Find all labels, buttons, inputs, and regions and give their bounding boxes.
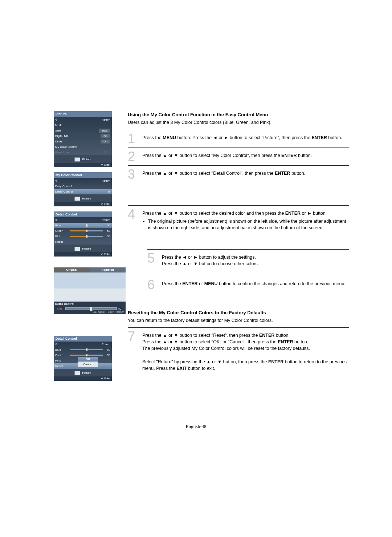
slider-thumb[interactable] bbox=[86, 354, 87, 356]
osd-detail-control-menu: Detail Control Return Blue 50 Green 50 P… bbox=[54, 211, 112, 257]
step-body: Press the ▲ or ▼ button to select "Detai… bbox=[142, 169, 349, 177]
slider-track[interactable] bbox=[70, 225, 103, 226]
chevron-right-icon: ▶ bbox=[109, 190, 110, 193]
section-intro: Users can adjust the 3 My Color Control … bbox=[128, 120, 349, 126]
slider-thumb[interactable] bbox=[86, 348, 87, 351]
slider-track[interactable] bbox=[70, 349, 103, 350]
menu-item-dnie[interactable]: DNIeOn bbox=[54, 139, 112, 144]
osd-enter-hint: Enter bbox=[54, 202, 112, 206]
osd-picture-tab: Picture bbox=[54, 155, 112, 163]
osd-body: Return Blue 50 Green 50 Pink Reset OK Ca… bbox=[54, 342, 112, 369]
adjust-bar[interactable]: Blue 50 bbox=[54, 306, 126, 310]
menu-item-my-color-control[interactable]: My Color Control bbox=[54, 144, 112, 150]
divider bbox=[128, 327, 349, 328]
divider bbox=[128, 205, 349, 206]
step-number: 3 bbox=[128, 169, 140, 180]
osd-picture-tab: Picture bbox=[54, 245, 112, 252]
section-intro: You can return to the factory default se… bbox=[128, 318, 349, 324]
slider-thumb[interactable] bbox=[86, 235, 87, 238]
slider-track[interactable] bbox=[70, 236, 103, 237]
step-3: 3 Press the ▲ or ▼ button to select "Det… bbox=[128, 169, 349, 180]
step-5: 5 Press the ◄ or ► button to adjust the … bbox=[147, 253, 349, 267]
image-adjusted bbox=[90, 272, 126, 302]
step-number: 1 bbox=[128, 133, 140, 145]
comparison-panel: Original Adjusted Detail Control Blue 50… bbox=[54, 267, 126, 315]
menu-return[interactable]: Return bbox=[54, 178, 112, 183]
divider bbox=[147, 276, 349, 276]
step-body: Press the ▲ or ▼ button to select "My Co… bbox=[142, 151, 349, 159]
main-content: Using the My Color Control Function in t… bbox=[128, 112, 349, 372]
osd-title: Detail Control bbox=[54, 336, 112, 342]
option-cancel[interactable]: Cancel bbox=[78, 362, 98, 367]
osd-picture-menu: Picture Return Mode Size16:9 Digital NRO… bbox=[54, 111, 112, 167]
comparison-header: Original Adjusted bbox=[54, 267, 126, 272]
step-6: 6 Press the ENTER or MENU button to conf… bbox=[147, 279, 349, 291]
sidebar: Picture Return Mode Size16:9 Digital NRO… bbox=[54, 111, 123, 384]
menu-return[interactable]: Return bbox=[54, 342, 112, 347]
menu-item-size[interactable]: Size16:9 bbox=[54, 128, 112, 133]
divider bbox=[128, 165, 349, 166]
section-title: Using the My Color Control Function in t… bbox=[128, 112, 349, 117]
osd-enter-hint: Enter bbox=[54, 252, 112, 257]
menu-item-easy-control[interactable]: Easy Control bbox=[54, 183, 112, 189]
step-4: 4 Press the ▲ or ▼ button to select the … bbox=[128, 209, 349, 231]
slider-thumb[interactable] bbox=[86, 230, 87, 232]
step-1: 1 Press the MENU button. Press the ◄ or … bbox=[128, 133, 349, 145]
menu-item-mode[interactable]: Mode bbox=[54, 122, 112, 128]
osd-my-color-control-menu: My Color Control Return Easy Control Det… bbox=[54, 172, 112, 206]
slider-blue[interactable]: Blue 50 bbox=[54, 347, 112, 352]
step-bullets: The original picture (before adjustment)… bbox=[142, 218, 349, 231]
osd-picture-tab: Picture bbox=[54, 194, 112, 202]
section-title: Resetting the My Color Control Colors to… bbox=[128, 310, 349, 315]
slider-thumb[interactable] bbox=[90, 307, 93, 311]
menu-return[interactable]: Return bbox=[54, 117, 112, 122]
step-number: 4 bbox=[128, 209, 140, 220]
slider-thumb[interactable] bbox=[86, 224, 87, 227]
osd-title: Picture bbox=[54, 111, 112, 117]
divider bbox=[128, 148, 349, 148]
bar-value: 50 bbox=[118, 307, 124, 310]
menu-item-reset[interactable]: Reset bbox=[54, 239, 112, 245]
step-number: 6 bbox=[147, 279, 160, 291]
step-number: 7 bbox=[128, 331, 140, 342]
osd-enter-hint: Enter bbox=[54, 376, 112, 381]
label-original: Original bbox=[54, 267, 90, 272]
osd-body: Return Blue 50 Green 50 Pink 50 Reset bbox=[54, 217, 112, 245]
divider bbox=[147, 249, 349, 250]
step-number: 5 bbox=[147, 253, 160, 264]
osd-body: Return Easy Control Detail Control▶ bbox=[54, 178, 112, 194]
osd-detail-control-reset-menu: Detail Control Return Blue 50 Green 50 P… bbox=[54, 336, 112, 381]
step-body: Press the ENTER or MENU button to confir… bbox=[162, 279, 349, 287]
image-original bbox=[54, 272, 90, 302]
reset-submenu: OK Cancel bbox=[78, 357, 98, 367]
step-number: 2 bbox=[128, 151, 140, 162]
step-2: 2 Press the ▲ or ▼ button to select "My … bbox=[128, 151, 349, 162]
menu-item-film-mode: Film ModeOff bbox=[54, 150, 112, 155]
slider-blue[interactable]: Blue 50 bbox=[54, 223, 112, 228]
menu-item-detail-control[interactable]: Detail Control▶ bbox=[54, 189, 112, 194]
menu-item-digital-nr[interactable]: Digital NROn bbox=[54, 133, 112, 139]
step-body: Press the ▲ or ▼ button to select the de… bbox=[142, 209, 349, 231]
slider-track[interactable] bbox=[70, 230, 103, 231]
option-ok[interactable]: OK bbox=[78, 357, 98, 362]
step-body: Press the ▲ or ▼ button to select "Reset… bbox=[142, 331, 349, 372]
step-7: 7 Press the ▲ or ▼ button to select "Res… bbox=[128, 331, 349, 372]
menu-return[interactable]: Return bbox=[54, 217, 112, 223]
slider-pink[interactable]: Pink 50 bbox=[54, 234, 112, 239]
osd-enter-hint: Enter bbox=[54, 163, 112, 167]
page-footer: English-48 bbox=[185, 424, 206, 429]
divider bbox=[128, 130, 349, 130]
label-adjusted: Adjusted bbox=[90, 267, 126, 272]
slider-green[interactable]: Green 50 bbox=[54, 228, 112, 234]
osd-picture-tab: Picture bbox=[54, 369, 112, 376]
slider-track[interactable] bbox=[65, 307, 117, 310]
step-body: Press the ◄ or ► button to adjust the se… bbox=[162, 253, 349, 267]
slider-track[interactable] bbox=[70, 355, 103, 356]
osd-title: Detail Control bbox=[54, 211, 112, 217]
comparison-images bbox=[54, 272, 126, 302]
osd-title: My Color Control bbox=[54, 172, 112, 178]
step-body: Press the MENU button. Press the ◄ or ► … bbox=[142, 133, 349, 141]
osd-body: Return Mode Size16:9 Digital NROn DNIeOn… bbox=[54, 117, 112, 155]
bar-label: Blue bbox=[55, 307, 64, 310]
comparison-title: Detail Control bbox=[54, 302, 126, 306]
